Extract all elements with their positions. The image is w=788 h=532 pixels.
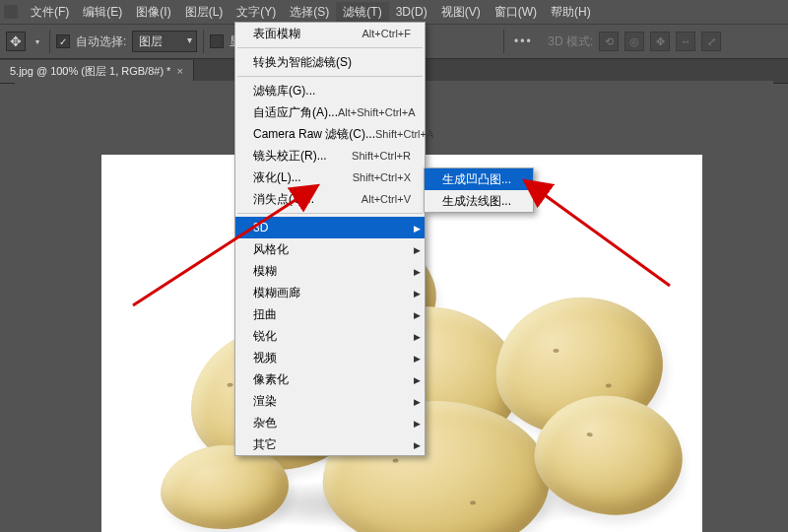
filter-blur-submenu[interactable]: 模糊 [235,260,425,282]
filter-last[interactable]: 表面模糊 Alt+Ctrl+F [235,23,425,44]
menu-label: 渲染 [253,393,277,409]
menu-label: 消失点(V)... [253,191,314,207]
menu-label: 视频 [253,350,277,366]
menu-label: 生成凹凸图... [442,171,511,187]
menu-select[interactable]: 选择(S) [283,2,336,23]
menu-label: 锐化 [253,328,277,344]
close-tab-icon[interactable]: × [176,65,182,77]
menu-separator [237,47,423,48]
mode-3d-icons: ⟲ ◎ ✥ ↔ ⤢ [599,32,721,51]
auto-select-checkbox[interactable]: ✓ [56,34,70,48]
menu-label: 像素化 [253,371,289,387]
menu-image[interactable]: 图像(I) [129,2,177,23]
slide-3d-icon[interactable]: ↔ [676,32,695,51]
divider [203,30,204,53]
menu-label: Camera Raw 滤镜(C)... [253,126,375,142]
filter-camera-raw[interactable]: Camera Raw 滤镜(C)... Shift+Ctrl+A [235,123,425,145]
orbit-3d-icon[interactable]: ⟲ [599,32,619,51]
filter-video-submenu[interactable]: 视频 [235,347,425,368]
menu-3d[interactable]: 3D(D) [389,3,434,21]
menu-shortcut: Alt+Ctrl+F [361,26,411,41]
menu-edit[interactable]: 编辑(E) [76,2,129,23]
filter-pixelate-submenu[interactable]: 像素化 [235,368,425,390]
menu-label: 其它 [253,436,277,452]
divider [49,30,50,53]
filter-liquify[interactable]: 液化(L)... Shift+Ctrl+X [235,166,425,188]
filter-dropdown-menu: 表面模糊 Alt+Ctrl+F 转换为智能滤镜(S) 滤镜库(G)... 自适应… [234,22,426,456]
menu-label: 模糊 [253,263,277,279]
menu-help[interactable]: 帮助(H) [544,2,598,23]
menu-view[interactable]: 视图(V) [434,2,488,23]
menu-file[interactable]: 文件(F) [24,2,76,23]
zoom-3d-icon[interactable]: ⤢ [701,32,721,51]
menu-shortcut: Alt+Ctrl+V [361,191,411,207]
filter-adaptive-wide-angle[interactable]: 自适应广角(A)... Alt+Shift+Ctrl+A [235,101,425,123]
filter-other-submenu[interactable]: 其它 [235,433,425,455]
roll-3d-icon[interactable]: ◎ [624,32,644,51]
filter-sharpen-submenu[interactable]: 锐化 [235,325,425,347]
document-tab[interactable]: 5.jpg @ 100% (图层 1, RGB/8#) * × [0,60,194,83]
menu-label: 杂色 [253,415,277,431]
filter-noise-submenu[interactable]: 杂色 [235,412,425,433]
menu-label: 镜头校正(R)... [253,148,327,164]
pan-3d-icon[interactable]: ✥ [650,32,670,51]
show-transform-checkbox[interactable] [210,34,224,48]
menu-separator [237,76,423,77]
menu-label: 液化(L)... [253,169,301,185]
menu-label: 3D [253,220,268,235]
filter-3d-flyout: 生成凹凸图... 生成法线图... [424,167,534,213]
filter-distort-submenu[interactable]: 扭曲 [235,303,425,325]
filter-blur-gallery-submenu[interactable]: 模糊画廊 [235,282,425,303]
menu-shortcut: Shift+Ctrl+A [375,126,433,142]
filter-render-submenu[interactable]: 渲染 [235,390,425,412]
divider [503,30,504,53]
generate-normal-map[interactable]: 生成法线图... [425,190,533,212]
mode-3d-label: 3D 模式: [548,33,593,50]
auto-select-target-dropdown[interactable]: 图层 [132,31,197,52]
app-logo [4,5,18,19]
overflow-icon[interactable]: ••• [510,34,536,48]
menu-label: 滤镜库(G)... [253,83,315,99]
menu-filter[interactable]: 滤镜(T) [336,2,388,23]
main-menubar: 文件(F) 编辑(E) 图像(I) 图层(L) 文字(Y) 选择(S) 滤镜(T… [0,0,788,24]
menu-label: 生成法线图... [442,193,511,209]
document-tab-title: 5.jpg @ 100% (图层 1, RGB/8#) * [10,64,170,79]
menu-label: 自适应广角(A)... [253,104,338,120]
menu-label: 扭曲 [253,306,277,322]
generate-bump-map[interactable]: 生成凹凸图... [425,168,533,190]
menu-shortcut: Shift+Ctrl+R [352,148,411,164]
menu-layer[interactable]: 图层(L) [178,2,230,23]
menu-label: 风格化 [253,241,289,257]
filter-lens-correction[interactable]: 镜头校正(R)... Shift+Ctrl+R [235,145,425,166]
menu-separator [237,213,423,214]
tool-dropdown-arrow[interactable]: ▾ [32,37,43,46]
filter-gallery[interactable]: 滤镜库(G)... [235,80,425,101]
menu-shortcut: Shift+Ctrl+X [353,169,411,185]
filter-convert-smart[interactable]: 转换为智能滤镜(S) [235,51,425,73]
filter-3d-submenu[interactable]: 3D [235,217,425,238]
menu-label: 转换为智能滤镜(S) [253,54,352,70]
filter-stylize-submenu[interactable]: 风格化 [235,238,425,260]
menu-shortcut: Alt+Shift+Ctrl+A [338,104,416,120]
menu-label: 模糊画廊 [253,285,300,300]
menu-window[interactable]: 窗口(W) [488,2,544,23]
menu-label: 表面模糊 [253,26,300,41]
auto-select-label: 自动选择: [76,33,126,50]
filter-vanishing-point[interactable]: 消失点(V)... Alt+Ctrl+V [235,188,425,210]
menu-type[interactable]: 文字(Y) [230,2,283,23]
move-tool-icon[interactable]: ✥ [6,32,26,51]
